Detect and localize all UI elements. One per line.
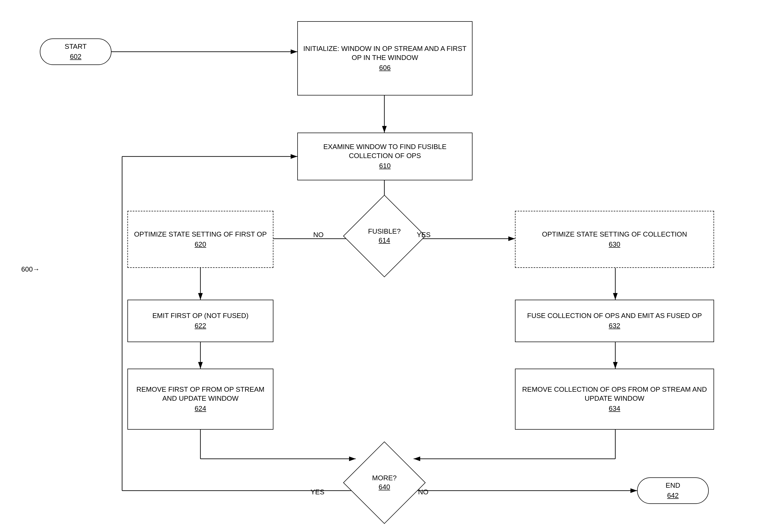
more-diamond-wrapper: MORE? 640: [355, 453, 414, 512]
fusible-yes-label: YES: [417, 231, 431, 239]
remove-first-op-node: REMOVE FIRST OP FROM OP STREAM AND UPDAT…: [127, 369, 274, 430]
emit-first-op-node: EMIT FIRST OP (NOT FUSED) 622: [127, 300, 274, 342]
more-diamond: [343, 441, 425, 524]
fusible-no-label: NO: [313, 231, 324, 239]
flowchart-diagram: START 602 INITIALIZE: WINDOW IN OP STREA…: [0, 0, 769, 532]
optimize-first-op-node: OPTIMIZE STATE SETTING OF FIRST OP 620: [127, 211, 274, 268]
fuse-collection-node: FUSE COLLECTION OF OPS AND EMIT AS FUSED…: [515, 300, 714, 342]
diagram-ref-label: 600→: [21, 265, 40, 273]
start-node: START 602: [40, 38, 111, 65]
fusible-diamond: [343, 195, 425, 277]
fusible-diamond-wrapper: FUSIBLE? 614: [355, 207, 414, 265]
more-yes-label: YES: [311, 488, 324, 496]
more-no-label: NO: [418, 488, 428, 496]
remove-collection-node: REMOVE COLLECTION OF OPS FROM OP STREAM …: [515, 369, 714, 430]
optimize-collection-node: OPTIMIZE STATE SETTING OF COLLECTION 630: [515, 211, 714, 268]
examine-node: EXAMINE WINDOW TO FIND FUSIBLE COLLECTIO…: [297, 133, 472, 180]
end-node: END 642: [637, 477, 709, 504]
initialize-node: INITIALIZE: WINDOW IN OP STREAM AND A FI…: [297, 21, 472, 95]
